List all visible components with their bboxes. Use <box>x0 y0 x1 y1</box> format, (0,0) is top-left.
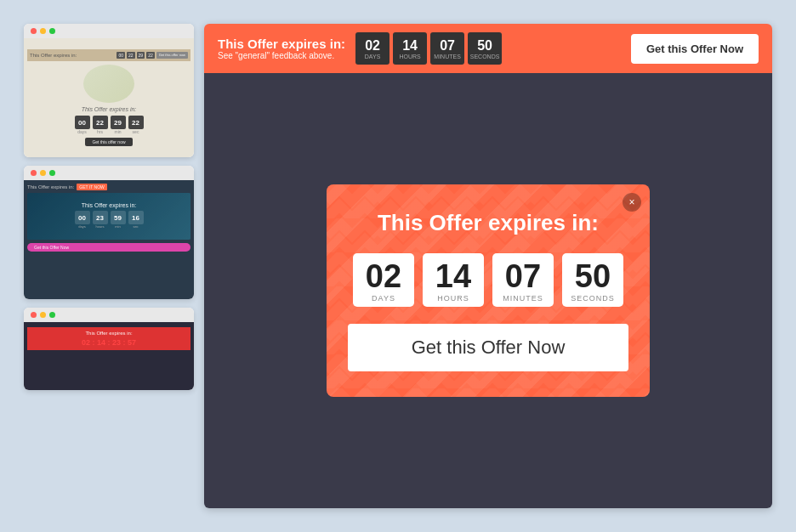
thumb3-red-bar: This Offer expires in: 02 : 14 : 23 : 57 <box>27 327 190 350</box>
popup-timer-minutes: 07 MINUTES <box>492 253 554 307</box>
popup: × This Offer expires in: 02 DAYS 14 HOUR… <box>327 184 650 397</box>
popup-cta-button[interactable]: Get this Offer Now <box>348 324 628 371</box>
thumb1-header-box1: 00 <box>117 52 125 59</box>
thumb1-days: 00 <box>75 116 90 129</box>
thumb2-titlebar <box>24 166 194 180</box>
top-timer-seconds: 50 SECONDS <box>468 32 502 65</box>
popup-timer-days: 02 DAYS <box>353 253 414 307</box>
thumb1-header-box4: 22 <box>146 52 155 59</box>
thumb1-minutes: 29 <box>111 116 126 129</box>
thumb3-title: This Offer expires in: <box>31 331 187 336</box>
dot-red-3 <box>31 312 37 318</box>
thumb3-content: This Offer expires in: 02 : 14 : 23 : 57 <box>24 322 194 390</box>
main-preview: This Offer expires in: See "general" fee… <box>204 24 772 508</box>
thumb2-body: This Offer expires in: GET IT NOW This O… <box>24 180 194 299</box>
thumb1-timer: 00 days 22 hrs 29 min 22 <box>75 116 144 134</box>
main-body: × This Offer expires in: 02 DAYS 14 HOUR… <box>204 73 772 508</box>
thumb2-hours: 23 <box>93 211 108 224</box>
top-bar-cta-button[interactable]: Get this Offer Now <box>631 34 759 64</box>
thumb2-timer: 00 days 23 hours 59 min <box>75 211 144 229</box>
top-timer-days: 02 DAYS <box>355 32 389 65</box>
thumb2-minutes: 59 <box>111 211 126 224</box>
thumb2-overlay-title: This Offer expires in: <box>82 202 136 208</box>
sidebar: This Offer expires in: 00 22 29 22 Get t… <box>24 24 194 508</box>
thumb1-hours: 22 <box>93 116 108 129</box>
thumb3-time: 02 : 14 : 23 : 57 <box>31 338 187 347</box>
top-bar-timer: 02 DAYS 14 HOURS 07 MINUTES 50 SECONDS <box>355 32 502 65</box>
thumb2-cta-box: GET IT NOW <box>77 184 107 190</box>
thumb1-floral <box>83 65 134 103</box>
thumb1-header: This Offer expires in: 00 22 29 22 Get t… <box>27 49 190 61</box>
thumb1-header-text: This Offer expires in: <box>30 53 77 58</box>
thumb1-header-box3: 29 <box>137 52 145 59</box>
thumb2-overlay: This Offer expires in: 00 days 23 hours <box>27 193 190 240</box>
thumb1-button[interactable]: Get this offer now <box>85 138 132 146</box>
thumb2-button[interactable]: Get this Offer Now <box>27 243 190 252</box>
top-bar-title: This Offer expires in: <box>218 37 345 51</box>
thumb3-body: This Offer expires in: 02 : 14 : 23 : 57 <box>24 322 194 390</box>
dot-yellow-3 <box>40 312 46 318</box>
thumb1-body: This Offer expires in: 00 22 29 22 Get t… <box>24 38 194 157</box>
thumb1-cta-sm: Get this offer now <box>156 52 188 59</box>
popup-title: This Offer expires in: <box>378 210 599 236</box>
thumbnail-1[interactable]: This Offer expires in: 00 22 29 22 Get t… <box>24 24 194 157</box>
dot-red-1 <box>31 28 37 34</box>
top-bar: This Offer expires in: See "general" fee… <box>204 24 772 73</box>
thumb2-seconds: 16 <box>128 211 144 224</box>
thumb1-seconds: 22 <box>128 116 144 129</box>
thumb1-titlebar <box>24 24 194 38</box>
thumbnail-3[interactable]: This Offer expires in: 02 : 14 : 23 : 57 <box>24 308 194 390</box>
top-bar-subtitle: See "general" feedback above. <box>218 51 345 60</box>
top-bar-text: This Offer expires in: See "general" fee… <box>218 37 345 60</box>
popup-timer-hours: 14 HOURS <box>423 253 484 307</box>
thumb1-title: This Offer expires in: <box>82 106 137 112</box>
dot-green-2 <box>49 170 55 176</box>
thumb2-content: This Offer expires in: GET IT NOW This O… <box>24 180 194 299</box>
dot-yellow-1 <box>40 28 46 34</box>
top-timer-minutes: 07 MINUTES <box>430 32 464 65</box>
thumb1-header-box2: 22 <box>127 52 135 59</box>
dot-green-3 <box>49 312 55 318</box>
main-container: This Offer expires in: 00 22 29 22 Get t… <box>15 15 781 517</box>
dot-red-2 <box>31 170 37 176</box>
thumb2-image: This Offer expires in: 00 days 23 hours <box>27 193 190 240</box>
top-timer-hours: 14 HOURS <box>393 32 427 65</box>
popup-close-button[interactable]: × <box>623 193 641 212</box>
thumb2-header-text: This Offer expires in: <box>27 184 74 190</box>
thumb2-days: 00 <box>75 211 90 224</box>
dot-green-1 <box>49 28 55 34</box>
thumb1-content: This Offer expires in: 00 22 29 22 Get t… <box>24 38 194 157</box>
popup-timer-seconds: 50 SECONDS <box>562 253 623 307</box>
thumb2-header: This Offer expires in: GET IT NOW <box>27 184 190 190</box>
dot-yellow-2 <box>40 170 46 176</box>
thumbnail-2[interactable]: This Offer expires in: GET IT NOW This O… <box>24 166 194 299</box>
thumb3-titlebar <box>24 308 194 322</box>
popup-timer: 02 DAYS 14 HOURS 07 MINUTES 50 SECONDS <box>353 253 623 307</box>
